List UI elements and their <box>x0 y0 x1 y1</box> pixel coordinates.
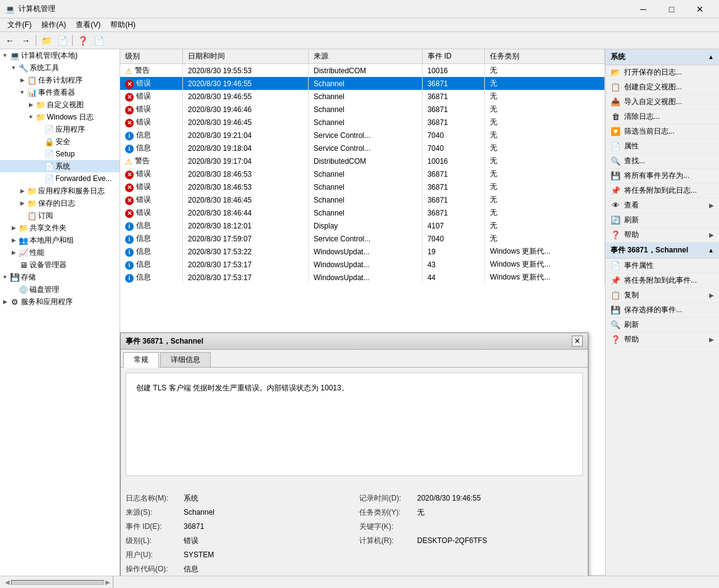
tree-item-local_users[interactable]: ▶👥本地用户和组 <box>0 234 120 246</box>
action-item-------------[interactable]: 📌将任务附加到此日志... <box>606 183 719 198</box>
minimize-button[interactable]: ─ <box>629 0 657 18</box>
table-row[interactable]: ⚠ 警告2020/8/30 19:17:04DistributedCOM1001… <box>120 155 605 167</box>
table-row[interactable]: ✕ 错误2020/8/30 18:46:44Schannel36871无 <box>120 206 605 219</box>
action-item----------[interactable]: 🔽筛选当前日志... <box>606 124 719 139</box>
maximize-button[interactable]: □ <box>657 0 686 18</box>
table-row[interactable]: ✕ 错误2020/8/30 18:46:53Schannel36871无 <box>120 167 605 180</box>
toolbar-back[interactable]: ← <box>2 34 17 47</box>
tree-expand-saved_log[interactable]: ▶ <box>17 198 27 208</box>
close-button[interactable]: ✕ <box>686 0 714 18</box>
tree-expand-perf[interactable]: ▶ <box>9 248 18 257</box>
table-row[interactable]: i 信息2020/8/30 18:12:01Display4107无 <box>120 219 605 232</box>
tree-item-subscr[interactable]: 📋订阅 <box>0 209 120 222</box>
tree-expand-task_sched[interactable]: ▶ <box>17 75 27 85</box>
action-item---[interactable]: 🔄刷新 <box>606 213 719 228</box>
action-item---[interactable]: ❓帮助▶ <box>606 332 719 347</box>
tree-expand-app_svc_log[interactable]: ▶ <box>17 186 27 196</box>
tree-item-fwd_events[interactable]: 📄Forwarded Eve... <box>0 172 120 185</box>
tree-icon-shared_folders: 📁 <box>18 223 28 233</box>
col-datetime[interactable]: 日期和时间 <box>183 49 309 64</box>
action-item---[interactable]: 👁查看▶ <box>606 198 719 213</box>
action-item--------[interactable]: 🗑清除日志... <box>606 110 719 124</box>
toolbar-help[interactable]: ❓ <box>75 34 90 47</box>
tree-expand-app_log <box>35 124 44 134</box>
table-row[interactable]: ✕ 错误2020/8/30 19:46:46Schannel36871无 <box>120 103 605 116</box>
tree-expand-shared_folders[interactable]: ▶ <box>9 223 18 233</box>
tree-expand-sys_log <box>35 161 44 171</box>
tree-item-app_svc_log[interactable]: ▶📁应用程序和服务日志 <box>0 185 120 197</box>
tree-item-sys_tools[interactable]: ▼🔧系统工具 <box>0 62 120 74</box>
tree-item-task_sched[interactable]: ▶📋任务计划程序 <box>0 74 120 86</box>
tab-general[interactable]: 常规 <box>123 352 159 368</box>
action-item-----------[interactable]: 📋创建自定义视图... <box>606 80 719 95</box>
tree-item-root[interactable]: ▼💻计算机管理(本地) <box>0 49 120 62</box>
action-section-event36871[interactable]: 事件 36871，Schannel▲ <box>606 243 719 259</box>
table-row[interactable]: i 信息2020/8/30 19:18:04Service Control...… <box>120 142 605 155</box>
cell-source: WindowsUpdat... <box>309 245 423 258</box>
tree-item-storage[interactable]: ▼💾存储 <box>0 271 120 283</box>
tree-item-disk_mgmt[interactable]: 💿磁盘管理 <box>0 283 120 296</box>
tree-item-custom_views[interactable]: ▶📁自定义视图 <box>0 99 120 111</box>
status-bar-scroll[interactable]: ◀ ▶ <box>2 576 113 588</box>
action-item-------------[interactable]: 📌将任务附加到此事件... <box>606 273 719 288</box>
tree-expand-svc_apps[interactable]: ▶ <box>0 297 10 307</box>
event-detail-title-text: 事件 36871，Schannel <box>126 336 203 347</box>
action-item------------[interactable]: 💾将所有事件另存为... <box>606 169 719 183</box>
table-row[interactable]: ✕ 错误2020/8/30 19:46:55Schannel36871无 <box>120 90 605 103</box>
table-row[interactable]: ✕ 错误2020/8/30 19:46:55Schannel36871无 <box>120 77 605 90</box>
menu-help[interactable]: 帮助(H) <box>105 18 140 31</box>
action-item---[interactable]: 📄属性 <box>606 139 719 154</box>
menu-file[interactable]: 文件(F) <box>2 18 36 31</box>
tree-expand-event_viewer[interactable]: ▼ <box>17 87 27 97</box>
tree-item-dev_mgr[interactable]: 🖥设备管理器 <box>0 259 120 271</box>
action-item-----[interactable]: 📄事件属性 <box>606 259 719 273</box>
col-eventid[interactable]: 事件 ID <box>422 49 485 64</box>
tree-item-sys_log[interactable]: 📄系统 <box>0 160 120 172</box>
toolbar-export[interactable]: 📄 <box>91 34 106 47</box>
action-item-----------[interactable]: 📂打开保存的日志... <box>606 65 719 80</box>
table-row[interactable]: ✕ 错误2020/8/30 18:46:53Schannel36871无 <box>120 180 605 193</box>
table-row[interactable]: i 信息2020/8/30 19:21:04Service Control...… <box>120 129 605 142</box>
tree-expand-win_log[interactable]: ▼ <box>26 112 36 122</box>
col-source[interactable]: 来源 <box>309 49 423 64</box>
tree-item-shared_folders[interactable]: ▶📁共享文件夹 <box>0 222 120 234</box>
table-row[interactable]: i 信息2020/8/30 17:53:22WindowsUpdat...19W… <box>120 245 605 258</box>
tree-item-perf[interactable]: ▶📈性能 <box>0 246 120 259</box>
action-label: 复制 <box>624 290 639 300</box>
table-row[interactable]: i 信息2020/8/30 17:53:17WindowsUpdat...44W… <box>120 271 605 284</box>
menu-action[interactable]: 操作(A) <box>36 18 71 31</box>
table-row[interactable]: i 信息2020/8/30 17:53:17WindowsUpdat...43W… <box>120 258 605 271</box>
toolbar-show[interactable]: 📄 <box>55 34 70 47</box>
tree-item-sec_log[interactable]: 🔒安全 <box>0 135 120 148</box>
tree-expand-storage[interactable]: ▼ <box>0 272 10 282</box>
toolbar-up[interactable]: 📁 <box>39 34 54 47</box>
tree-expand-sys_tools[interactable]: ▼ <box>9 63 18 73</box>
action-item---[interactable]: ❓帮助▶ <box>606 228 719 243</box>
col-task[interactable]: 任务类别 <box>485 49 605 64</box>
table-row[interactable]: ✕ 错误2020/8/30 19:46:45Schannel36871无 <box>120 116 605 129</box>
tree-item-saved_log[interactable]: ▶📁保存的日志 <box>0 197 120 209</box>
col-level[interactable]: 级别 <box>120 49 183 64</box>
menu-view[interactable]: 查看(V) <box>71 18 105 31</box>
action-item---[interactable]: 🔍刷新 <box>606 318 719 332</box>
tree-item-svc_apps[interactable]: ▶⚙服务和应用程序 <box>0 296 120 308</box>
action-item---[interactable]: 📋复制▶ <box>606 288 719 303</box>
tree-item-event_viewer[interactable]: ▼📊事件查看器 <box>0 86 120 99</box>
tree-item-win_log[interactable]: ▼📁Windows 日志 <box>0 111 120 123</box>
tree-expand-custom_views[interactable]: ▶ <box>26 100 36 110</box>
tab-details[interactable]: 详细信息 <box>160 352 211 367</box>
tree-expand-root[interactable]: ▼ <box>0 50 10 60</box>
table-row[interactable]: ✕ 错误2020/8/30 18:46:45Schannel36871无 <box>120 193 605 206</box>
tree-item-setup_log[interactable]: 📄Setup <box>0 148 120 160</box>
action-item-----------[interactable]: 💾保存选择的事件... <box>606 303 719 318</box>
table-row[interactable]: ⚠ 警告2020/8/30 19:55:53DistributedCOM1001… <box>120 64 605 78</box>
toolbar-forward[interactable]: → <box>18 34 33 47</box>
tree-item-app_log[interactable]: 📄应用程序 <box>0 123 120 135</box>
event-detail-close[interactable]: ✕ <box>572 336 583 347</box>
tree-expand-local_users[interactable]: ▶ <box>9 235 18 245</box>
action-section-system[interactable]: 系统▲ <box>606 49 719 65</box>
table-row[interactable]: i 信息2020/8/30 17:59:07Service Control...… <box>120 232 605 245</box>
cell-eventid: 10016 <box>422 155 485 167</box>
action-item-----------[interactable]: 📥导入自定义视图... <box>606 95 719 110</box>
action-item------[interactable]: 🔍查找... <box>606 154 719 169</box>
